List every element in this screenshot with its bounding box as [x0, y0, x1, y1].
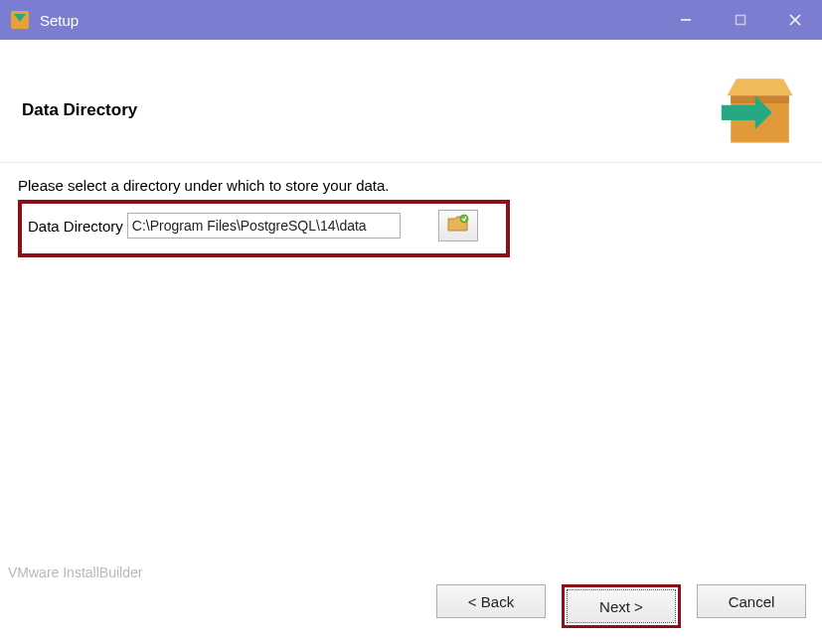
- cancel-button[interactable]: Cancel: [697, 584, 806, 618]
- builder-credit: VMware InstallBuilder: [8, 564, 142, 580]
- instruction-text: Please select a directory under which to…: [18, 177, 812, 194]
- svg-rect-2: [736, 16, 744, 25]
- installer-box-icon: [718, 68, 802, 152]
- titlebar: Setup: [0, 0, 822, 40]
- data-directory-row: Data Directory: [18, 200, 510, 257]
- app-icon: [8, 8, 32, 32]
- wizard-buttons: < Back Next > Cancel: [436, 584, 806, 628]
- close-button[interactable]: [767, 0, 822, 40]
- body: Please select a directory under which to…: [0, 162, 822, 644]
- window-controls: [658, 0, 822, 40]
- maximize-button[interactable]: [713, 0, 767, 40]
- browse-button[interactable]: [438, 210, 478, 242]
- page-title: Data Directory: [22, 100, 718, 120]
- window-title: Setup: [40, 12, 658, 29]
- minimize-button[interactable]: [658, 0, 713, 40]
- next-button-highlight: Next >: [562, 584, 681, 628]
- header: Data Directory: [0, 40, 822, 162]
- back-button[interactable]: < Back: [436, 584, 546, 618]
- next-button[interactable]: Next >: [567, 589, 676, 623]
- content: Data Directory Please select a directory…: [0, 40, 822, 644]
- data-directory-input[interactable]: [127, 213, 401, 239]
- folder-icon: [447, 214, 469, 238]
- data-directory-label: Data Directory: [28, 218, 123, 235]
